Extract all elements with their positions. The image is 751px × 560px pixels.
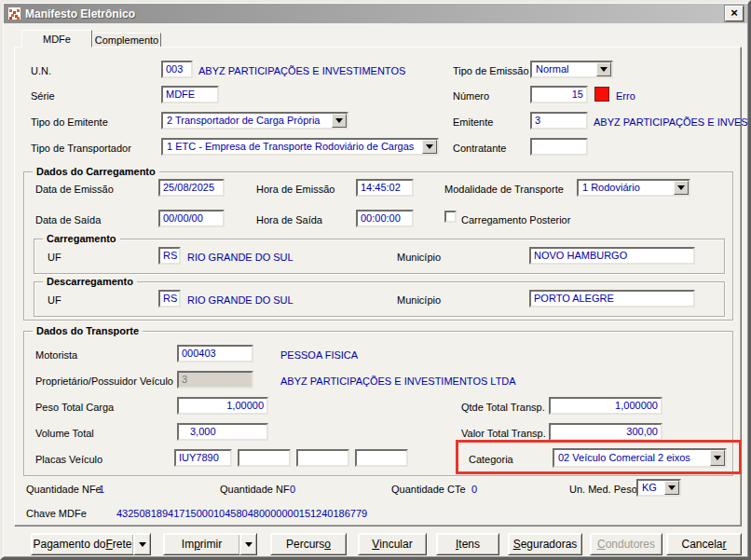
carregamento-title: Carregamento [43,233,120,244]
qtd-nfe-label: Quantidade NFe [26,483,102,496]
serie-input[interactable]: MDFE [161,86,219,103]
chevron-down-icon [245,542,253,547]
error-status-icon [594,87,609,102]
un-label: U.N. [31,64,51,77]
volume-total-input[interactable]: 3,000 [177,423,268,441]
window-title: Manifesto Eletrônico [25,7,135,20]
qtd-nf-value: 0 [290,483,295,496]
chave-mdfe-value: 4325081894171500010458048000000015124018… [116,507,367,520]
tipo-emissao-label: Tipo de Emissão [453,64,529,77]
categoria-select[interactable]: 02 Veículo Comercial 2 eixos [553,448,727,468]
contratante-input[interactable] [530,138,588,156]
pagamento-frete-button[interactable]: Pagamento do Frete [31,533,134,555]
numero-label: Número [453,89,489,102]
chevron-down-icon[interactable] [664,481,679,495]
vincular-button[interactable]: Vincular [358,533,427,555]
carregamento-posterior-checkbox[interactable] [444,211,457,223]
qtd-cte-value: 0 [471,483,477,496]
chevron-down-icon[interactable] [710,450,725,466]
emitente-label: Emitente [453,116,493,129]
data-saida-input[interactable]: 00/00/00 [158,210,225,227]
un-input[interactable]: 003 [161,61,193,78]
chave-mdfe-label: Chave MDFe [26,507,87,520]
chevron-down-icon[interactable] [332,114,347,128]
chevron-down-icon[interactable] [596,62,611,76]
carregamento-uf-description: RIO GRANDE DO SUL [187,251,294,264]
placa-input-2[interactable] [238,449,291,467]
motorista-description: PESSOA FISICA [280,348,358,362]
imprimir-dropdown-button[interactable] [239,533,257,555]
valor-total-label: Valor Total Transp. [461,427,546,440]
seguradoras-button[interactable]: Seguradoras [508,533,582,555]
emitente-input[interactable]: 3 [530,112,588,130]
dados-transporte-title: Dados do Transporte [33,325,143,336]
peso-total-label: Peso Total Carga [35,401,114,414]
descarregamento-municipio-label: Município [397,294,441,307]
placa-input-1[interactable]: IUY7890 [174,449,232,467]
peso-total-input[interactable]: 1,00000 [177,397,268,415]
percurso-button[interactable]: Percurso [270,533,347,555]
valor-total-input[interactable]: 300,00 [549,423,662,441]
tab-complemento[interactable]: Complemento [92,33,161,47]
descarregamento-uf-label: UF [48,294,61,307]
proprietario-input: 3 [177,371,253,389]
carregamento-municipio-input[interactable]: NOVO HAMBURGO [529,247,695,265]
chevron-down-icon[interactable] [674,181,689,195]
carregamento-uf-input[interactable]: RS [158,247,181,265]
close-icon[interactable]: × [725,6,744,21]
titlebar: Manifesto Eletrônico × [4,4,747,23]
condutores-button: Condutores [590,533,662,555]
descarregamento-title: Descarregamento [43,276,137,287]
descarregamento-uf-description: RIO GRANDE DO SUL [187,294,294,307]
qtd-cte-label: Quantidade CTe [391,483,466,496]
cancelar-button[interactable]: Cancelar [666,533,742,555]
qtde-total-input[interactable]: 1,000000 [549,397,662,415]
tipo-emitente-select[interactable]: 2 Transportador de Carga Própria [161,112,348,130]
placa-input-4[interactable] [355,449,408,467]
pagamento-frete-dropdown-button[interactable] [133,533,151,555]
chevron-down-icon[interactable] [422,140,437,154]
error-status-text: Erro [616,89,635,102]
tab-mdfe[interactable]: MDFe [21,30,92,48]
app-icon [7,7,21,20]
tipo-emitente-label: Tipo do Emitente [31,116,108,129]
modalidade-select[interactable]: 1 Rodoviário [577,179,690,197]
qtd-nf-label: Quantidade NF [220,483,290,496]
proprietario-description: ABYZ PARTICIPAÇÕES E INVESTIMENTOS LTDA [280,375,516,388]
data-emissao-input[interactable]: 25/08/2025 [158,179,225,197]
hora-saida-input[interactable]: 00:00:00 [356,210,414,227]
motorista-input[interactable]: 000403 [177,345,253,362]
qtd-nfe-value: 1 [99,483,104,496]
motorista-label: Motorista [35,348,77,362]
emitente-description: ABYZ PARTICIPAÇÕES E INVEST [594,116,751,129]
data-saida-label: Data de Saída [35,213,101,226]
data-emissao-label: Data de Emissão [35,183,114,196]
proprietario-label: Proprietário/Possuidor Veículo [35,375,173,388]
dados-carregamento-title: Dados do Carregamento [33,166,159,177]
un-med-peso-select[interactable]: KG [636,479,681,497]
contratante-label: Contratante [453,142,506,155]
placa-input-3[interactable] [296,449,349,467]
itens-button[interactable]: Itens [436,533,499,555]
volume-total-label: Volume Total [35,427,94,440]
un-med-peso-label: Un. Med. Peso [569,483,637,496]
placas-label: Placas Veículo [35,453,102,466]
hora-emissao-label: Hora de Emissão [256,183,335,196]
carregamento-municipio-label: Município [397,251,441,264]
hora-emissao-input[interactable]: 14:45:02 [356,179,414,197]
numero-input[interactable]: 15 [530,86,588,103]
descarregamento-municipio-input[interactable]: PORTO ALEGRE [529,290,695,307]
tipo-emissao-select[interactable]: Normal [530,61,613,78]
categoria-label: Categoria [469,453,513,466]
carregamento-uf-label: UF [48,251,61,264]
manifesto-eletronico-dialog: Manifesto Eletrônico × MDFe Complemento … [0,0,751,560]
carregamento-posterior-label: Carregamento Posterior [461,213,570,226]
chevron-down-icon [139,542,146,547]
un-description: ABYZ PARTICIPAÇÕES E INVESTIMENTOS [198,64,405,77]
imprimir-button[interactable]: Imprimir [163,533,240,555]
hora-saida-label: Hora de Saída [256,213,322,226]
descarregamento-uf-input[interactable]: RS [158,290,181,307]
serie-label: Série [31,89,55,102]
qtde-total-label: Qtde Total Transp. [461,401,545,414]
tipo-transportador-select[interactable]: 1 ETC - Empresa de Transporte Rodoviário… [161,138,439,156]
